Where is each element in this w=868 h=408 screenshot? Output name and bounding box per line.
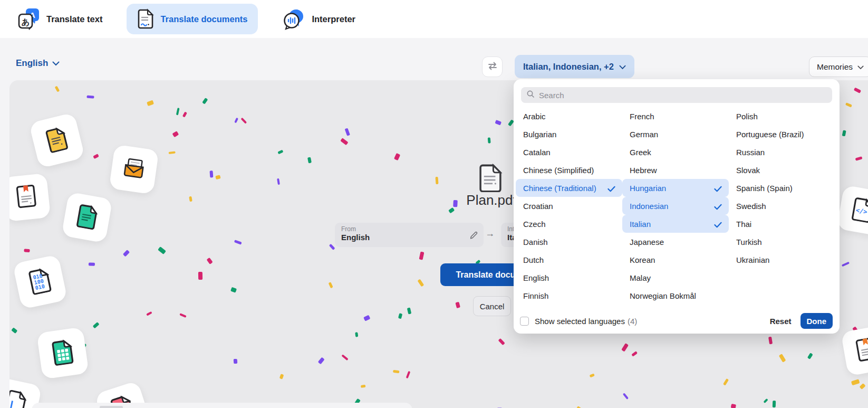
confetti-piece: [454, 200, 458, 207]
swap-languages-button[interactable]: [482, 56, 503, 77]
language-option-label: Chinese (Traditional): [523, 184, 596, 193]
language-option-label: Polish: [736, 112, 758, 121]
cancel-button[interactable]: Cancel: [473, 296, 511, 316]
language-option-label: Malay: [630, 273, 651, 282]
interpreter-icon: [282, 7, 305, 31]
confetti-piece: [147, 311, 152, 316]
language-option-label: Russian: [736, 148, 765, 157]
language-option-portuguese-brazil[interactable]: Portuguese (Brazil): [729, 125, 835, 143]
tab-interpreter[interactable]: Interpreter: [272, 4, 366, 34]
language-option-dutch[interactable]: Dutch: [516, 251, 622, 269]
language-option-indonesian[interactable]: Indonesian: [622, 197, 729, 215]
language-option-german[interactable]: German: [622, 125, 729, 143]
language-option-french[interactable]: French: [622, 107, 729, 125]
language-search: [521, 87, 832, 103]
confetti-piece: [449, 208, 455, 214]
translate-text-icon: A あ: [18, 7, 40, 31]
language-option-hebrew[interactable]: Hebrew: [622, 161, 729, 179]
file-card: [841, 325, 868, 376]
dropzone-footer-bar: [32, 403, 412, 408]
memories-button[interactable]: Memories: [809, 56, 868, 77]
show-selected-label: Show selected languages: [535, 317, 625, 326]
svg-text:あ: あ: [22, 17, 30, 27]
confetti-piece: [435, 177, 438, 184]
language-option-label: Bulgarian: [523, 130, 556, 139]
confetti-piece: [621, 343, 628, 352]
confetti-piece: [307, 157, 312, 164]
memories-label: Memories: [817, 62, 853, 72]
language-option-label: French: [630, 112, 654, 121]
confetti-piece: [176, 108, 180, 116]
confetti-piece: [329, 244, 335, 250]
language-option-label: Indonesian: [630, 202, 668, 211]
done-button[interactable]: Done: [801, 313, 833, 329]
confetti-piece: [355, 331, 359, 337]
language-column-3: PolishPortuguese (Brazil)RussianSlovakSp…: [729, 107, 835, 305]
language-option-label: German: [630, 130, 658, 139]
confetti-piece: [158, 246, 166, 254]
tab-translate-documents[interactable]: Translate documents: [127, 4, 258, 34]
language-option-bulgarian[interactable]: Bulgarian: [516, 125, 622, 143]
language-option-label: Turkish: [736, 238, 762, 246]
language-option-label: Croatian: [523, 202, 553, 211]
language-option-greek[interactable]: Greek: [622, 143, 729, 161]
confetti-piece: [209, 170, 213, 177]
language-option-czech[interactable]: Czech: [516, 215, 622, 233]
reset-button[interactable]: Reset: [770, 317, 792, 326]
language-option-chinese-simplified[interactable]: Chinese (Simplified): [516, 161, 622, 179]
confetti-piece: [234, 240, 242, 244]
language-option-japanese[interactable]: Japanese: [622, 233, 729, 251]
confetti-piece: [407, 307, 411, 314]
language-option-ukrainian[interactable]: Ukrainian: [729, 251, 835, 269]
checkmark-icon: [607, 185, 615, 194]
language-option-label: Hungarian: [630, 184, 666, 193]
language-option-spanish-spain[interactable]: Spanish (Spain): [729, 179, 835, 197]
language-option-swedish[interactable]: Swedish: [729, 197, 835, 215]
from-language-field[interactable]: From English: [335, 223, 484, 247]
language-option-chinese-traditional[interactable]: Chinese (Traditional): [516, 179, 622, 197]
language-option-catalan[interactable]: Catalan: [516, 143, 622, 161]
language-option-english[interactable]: English: [516, 269, 622, 287]
language-option-russian[interactable]: Russian: [729, 143, 835, 161]
language-option-malay[interactable]: Malay: [622, 269, 729, 287]
language-option-label: Norwegian Bokmål: [630, 291, 696, 300]
confetti-piece: [24, 249, 30, 253]
language-option-danish[interactable]: Danish: [516, 233, 622, 251]
language-option-croatian[interactable]: Croatian: [516, 197, 622, 215]
language-option-norwegian-bokm-l[interactable]: Norwegian Bokmål: [622, 287, 729, 305]
language-option-hungarian[interactable]: Hungarian: [622, 179, 729, 197]
target-language-selector[interactable]: Italian, Indonesian, +2: [515, 55, 634, 78]
language-option-polish[interactable]: Polish: [729, 107, 835, 125]
source-language-selector[interactable]: English: [16, 58, 60, 69]
language-option-slovak[interactable]: Slovak: [729, 161, 835, 179]
show-selected-checkbox[interactable]: [520, 317, 529, 326]
from-field-value: English: [341, 233, 370, 242]
confetti-piece: [851, 379, 860, 386]
language-option-arabic[interactable]: Arabic: [516, 107, 622, 125]
chevron-down-icon: [619, 62, 626, 72]
language-option-italian[interactable]: Italian: [622, 215, 729, 233]
confetti-piece: [234, 118, 238, 124]
language-option-korean[interactable]: Korean: [622, 251, 729, 269]
tab-translate-text[interactable]: A あ Translate text: [7, 4, 113, 34]
envelope-icon: [121, 156, 147, 182]
language-option-label: Korean: [630, 255, 655, 264]
bookmarked-document-icon: [854, 336, 868, 365]
selected-count: (4): [628, 317, 637, 326]
confetti-piece: [487, 137, 490, 143]
language-option-turkish[interactable]: Turkish: [729, 233, 835, 251]
document-icon: [9, 388, 29, 408]
language-option-label: Arabic: [523, 112, 546, 121]
language-option-label: Chinese (Simplified): [523, 166, 594, 175]
file-card: [29, 112, 85, 169]
language-option-thai[interactable]: Thai: [729, 215, 835, 233]
language-option-finnish[interactable]: Finnish: [516, 287, 622, 305]
checkmark-icon: [714, 203, 722, 212]
tab-label: Interpreter: [312, 14, 355, 24]
language-search-input[interactable]: [539, 91, 827, 100]
language-option-label: Japanese: [630, 238, 664, 246]
language-option-label: Thai: [736, 220, 751, 229]
language-option-label: Greek: [630, 148, 651, 157]
language-option-label: Italian: [630, 220, 651, 229]
confetti-piece: [394, 153, 400, 161]
